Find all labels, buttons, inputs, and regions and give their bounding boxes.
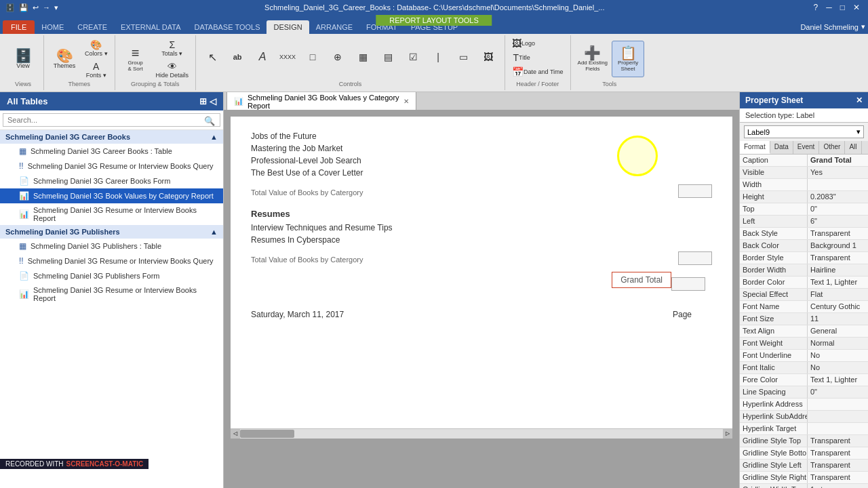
prop-tab-all[interactable]: All [845,141,861,154]
property-row[interactable]: Special EffectFlat [740,289,868,301]
nav-item-career-query[interactable]: !! Schmeling Daniel 3G Resume or Intervi… [0,159,223,174]
property-dropdown[interactable]: Label9 ▾ [744,125,864,138]
help-icon[interactable]: ? [811,3,821,12]
property-value[interactable]: Hairline [808,264,868,276]
image-control[interactable]: 🖼 [476,50,500,64]
nav-item-career-table[interactable]: ▦ Schmeling Daniel 3G Career Books : Tab… [0,144,223,159]
add-existing-fields-button[interactable]: ➕ Add ExistingFields [575,41,610,77]
checkbox-control[interactable]: ☑ [401,50,425,64]
property-row[interactable]: Back StyleTransparent [740,228,868,240]
tab-arrange[interactable]: ARRANGE [309,20,359,34]
colors-button[interactable]: 🎨 Colors ▾ [82,38,111,58]
tab-database-tools[interactable]: DATABASE TOOLS [187,20,267,34]
nav-section-1-collapse[interactable]: ▲ [210,133,218,141]
group-sort-button[interactable]: ≡ Group& Sort [119,41,152,77]
property-row[interactable]: Gridline Style RightTransparent [740,472,868,484]
property-row[interactable]: Font NameCentury Gothic [740,301,868,313]
property-value[interactable]: General [808,325,868,337]
property-value[interactable]: Grand Total [808,155,868,166]
tab-file[interactable]: FILE [3,20,35,34]
search-input[interactable] [3,113,220,127]
property-value[interactable]: Transparent [808,228,868,239]
property-value[interactable]: Transparent [808,252,868,264]
property-value[interactable]: 6" [808,216,868,227]
nav-item-pub-table[interactable]: ▦ Schmeling Daniel 3G Publishers : Table [0,239,223,253]
subform-control[interactable]: ▦ [351,50,375,64]
expand-icon[interactable]: ◁ [210,96,216,106]
label-control[interactable]: ab [225,52,250,62]
property-row[interactable]: Font WeightNormal [740,338,868,350]
nav-item-pub-query[interactable]: !! Schmeling Daniel 3G Resume or Intervi… [0,253,223,268]
horizontal-scrollbar[interactable]: ◁ ▷ [231,428,732,438]
property-row[interactable]: Border WidthHairline [740,264,868,277]
property-value[interactable]: Text 1, Lighter [808,277,868,288]
property-value[interactable] [808,179,868,190]
property-value[interactable]: 0.2083" [808,191,868,203]
property-row[interactable]: Hyperlink SubAddress [740,411,868,423]
property-row[interactable]: Fore ColorText 1, Lighter [740,374,868,386]
property-row[interactable]: Gridline Style TopTransparent [740,435,868,447]
logo-button[interactable]: 🖼 Logo [509,37,538,50]
nav-item-pub-report[interactable]: 📊 Schmeling Daniel 3G Resume or Intervie… [0,283,223,305]
property-row[interactable]: Font Size11 [740,313,868,325]
tab-design[interactable]: DESIGN [267,20,309,34]
nav-item-career-form[interactable]: 📄 Schmeling Daniel 3G Career Books Form [0,174,223,188]
date-time-button[interactable]: 📅 Date and Time [509,65,566,79]
scroll-left-btn[interactable]: ◁ [231,429,240,439]
collapse-all-icon[interactable]: ⊞ [199,96,207,106]
title-button[interactable]: T Title [509,51,534,64]
property-row[interactable]: Gridline Style BottomTransparent [740,447,868,460]
property-value[interactable]: Yes [808,167,868,178]
view-button[interactable]: 🗄️ View [7,41,39,77]
hide-details-button[interactable]: 👁 Hide Details [153,60,192,80]
prop-tab-format[interactable]: Format [740,141,770,154]
maximize-btn[interactable]: □ [837,3,848,12]
quick-access-save[interactable]: 💾 [19,3,28,12]
property-row[interactable]: Hyperlink Target [740,423,868,435]
list-control[interactable]: ▤ [376,50,400,64]
nav-section-publishers[interactable]: Schmeling Daniel 3G Publishers ▲ [0,225,223,239]
rect-control[interactable]: □ [300,50,325,64]
tab-external-data[interactable]: EXTERNAL DATA [114,20,187,34]
scroll-track[interactable] [240,429,723,439]
quick-access-undo[interactable]: ↩ [33,3,39,12]
link-control[interactable]: ⊕ [326,50,350,64]
property-row[interactable]: Text AlignGeneral [740,325,868,338]
prop-tab-event[interactable]: Event [793,141,820,154]
property-value[interactable]: 11 [808,313,868,325]
property-value[interactable]: Background 1 [808,240,868,251]
property-value[interactable] [808,411,868,422]
prop-tab-other[interactable]: Other [819,141,845,154]
property-row[interactable]: Font UnderlineNo [740,350,868,362]
property-row[interactable]: Gridline Width Top1 pt [740,484,868,488]
totals-button[interactable]: Σ Totals ▾ [153,38,192,58]
property-value[interactable] [808,399,868,410]
nav-section-career-books[interactable]: Schmeling Daniel 3G Career Books ▲ [0,130,223,144]
property-value[interactable]: No [808,362,868,373]
property-value[interactable]: Transparent [808,460,868,471]
property-sheet-button[interactable]: 📋 PropertySheet [612,41,644,77]
property-row[interactable]: Font ItalicNo [740,362,868,374]
tab-create[interactable]: CREATE [71,20,114,34]
themes-button[interactable]: 🎨 Themes [48,41,81,77]
line-control[interactable]: | [426,50,450,64]
property-row[interactable]: Border StyleTransparent [740,252,868,264]
property-value[interactable]: 0" [808,386,868,398]
property-row[interactable]: Hyperlink Address [740,399,868,411]
property-row[interactable]: CaptionGrand Total [740,155,868,167]
chart-control[interactable]: ▭ [451,50,475,64]
property-row[interactable]: Left6" [740,216,868,228]
doc-tab-close[interactable]: ✕ [403,98,409,105]
property-value[interactable]: Normal [808,338,868,349]
report-view[interactable]: Jobs of the Future Mastering the Job Mar… [224,110,739,488]
property-value[interactable] [808,423,868,434]
minimize-btn[interactable]: ─ [823,3,835,12]
property-row[interactable]: Width [740,179,868,191]
select-control[interactable]: ↖ [200,49,224,65]
doc-tab-report[interactable]: 📊 Schmeling Daniel 3G Book Values y Cate… [226,92,416,112]
nav-item-pub-form[interactable]: 📄 Schmeling Daniel 3G Publishers Form [0,268,223,283]
property-row[interactable]: Line Spacing0" [740,386,868,399]
property-row[interactable]: Gridline Style LeftTransparent [740,460,868,472]
property-value[interactable]: Century Gothic [808,301,868,312]
scroll-right-btn[interactable]: ▷ [723,429,732,439]
